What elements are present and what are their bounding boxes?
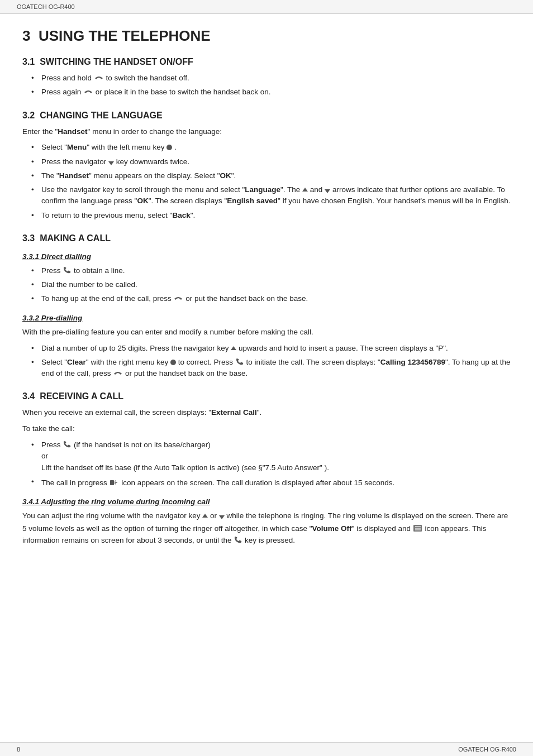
list-item: Use the navigator key to scroll through … bbox=[31, 184, 511, 207]
svg-rect-0 bbox=[110, 480, 114, 485]
section-3-4-intro2: To take the call: bbox=[22, 423, 511, 435]
phone-call-icon-2 bbox=[235, 358, 244, 366]
phone-end-icon-2 bbox=[83, 88, 93, 95]
call-progress-icon bbox=[110, 478, 120, 487]
phone-end-icon-4 bbox=[113, 369, 123, 377]
nav-down-icon-2 bbox=[325, 189, 330, 193]
header-title: OGATECH OG-R400 bbox=[17, 3, 75, 10]
section-3-3-heading: 3.3 MAKING A CALL bbox=[22, 233, 511, 243]
dot-icon bbox=[166, 145, 172, 150]
list-item: Press and hold to switch the handset off… bbox=[31, 73, 511, 84]
section-3-1-heading: 3.1 SWITCHING THE HANDSET ON/OFF bbox=[22, 57, 511, 67]
section-3-2-number: 3.2 bbox=[22, 111, 35, 120]
section-3-4-number: 3.4 bbox=[22, 391, 35, 401]
nav-down-icon-3 bbox=[219, 515, 225, 519]
section-3-1-title: SWITCHING THE HANDSET ON/OFF bbox=[40, 57, 193, 66]
subsection-3-4-1-content: You can adjust the ring volume with the … bbox=[22, 510, 511, 547]
subsection-3-3-2-number: 3.3.2 Pre-dialling bbox=[22, 314, 82, 322]
section-3-3-title: MAKING A CALL bbox=[40, 233, 111, 243]
phone-call-icon-4 bbox=[234, 536, 242, 544]
svg-line-1 bbox=[115, 481, 116, 481]
subsection-3-3-2-heading: 3.3.2 Pre-dialling bbox=[22, 314, 511, 322]
section-3-2-list: Select "Menu" with the left menu key . P… bbox=[22, 142, 511, 221]
chapter-title: USING THE TELEPHONE bbox=[39, 27, 211, 44]
section-3-4-intro: When you receive an external call, the s… bbox=[22, 407, 511, 419]
subsection-3-4-1-number: 3.4.1 Adjusting the ring volume during i… bbox=[22, 497, 210, 506]
subsection-3-3-2-intro: With the pre-dialling feature you can en… bbox=[22, 327, 511, 338]
phone-call-icon-3 bbox=[63, 441, 72, 448]
section-3-2-intro: Enter the "Handset" menu in order to cha… bbox=[22, 126, 511, 138]
list-item: To hang up at the end of the call, press… bbox=[31, 293, 511, 304]
section-3-3-number: 3.3 bbox=[22, 233, 35, 243]
phone-call-icon bbox=[63, 266, 72, 274]
subsection-3-4-1-heading: 3.4.1 Adjusting the ring volume during i… bbox=[22, 497, 511, 506]
footer-bar: 8 OGATECH OG-R400 bbox=[0, 742, 533, 756]
list-item: Press (if the handset is not on its base… bbox=[31, 439, 511, 473]
main-content: 3 USING THE TELEPHONE 3.1 SWITCHING THE … bbox=[0, 14, 533, 585]
list-item: Press to obtain a line. bbox=[31, 265, 511, 276]
section-3-2-title: CHANGING THE LANGUAGE bbox=[40, 111, 163, 120]
phone-end-icon bbox=[94, 74, 104, 82]
list-item: The call in progress icon appears on the… bbox=[31, 476, 511, 489]
subsection-3-3-1-number: 3.3.1 Direct dialling bbox=[22, 252, 91, 261]
chapter-number: 3 bbox=[22, 27, 30, 44]
list-item: Select "Clear" with the right menu key t… bbox=[31, 357, 511, 380]
footer-brand: OGATECH OG-R400 bbox=[458, 746, 516, 753]
nav-down-icon bbox=[108, 161, 114, 165]
list-item: Dial a number of up to 25 digits. Press … bbox=[31, 343, 511, 354]
section-3-2-heading: 3.2 CHANGING THE LANGUAGE bbox=[22, 111, 511, 121]
svg-line-3 bbox=[115, 484, 116, 484]
section-3-4-heading: 3.4 RECEIVING A CALL bbox=[22, 391, 511, 401]
mute-icon bbox=[413, 524, 423, 533]
section-3-1-list: Press and hold to switch the handset off… bbox=[22, 73, 511, 98]
subsection-3-3-1-list: Press to obtain a line. Dial the number … bbox=[22, 265, 511, 305]
chapter-heading: 3 USING THE TELEPHONE bbox=[22, 27, 511, 45]
list-item: Press again or place it in the base to s… bbox=[31, 87, 511, 98]
dot-icon-2 bbox=[170, 360, 176, 365]
footer-page-number: 8 bbox=[17, 746, 20, 753]
list-item: The "Handset" menu appears on the displa… bbox=[31, 170, 511, 181]
list-item: Select "Menu" with the left menu key . bbox=[31, 142, 511, 153]
nav-up-icon bbox=[302, 188, 308, 192]
section-3-1-number: 3.1 bbox=[22, 57, 35, 66]
nav-up-icon-2 bbox=[231, 346, 236, 350]
subsection-3-3-2-list: Dial a number of up to 25 digits. Press … bbox=[22, 343, 511, 380]
phone-end-icon-3 bbox=[173, 294, 183, 302]
header-bar: OGATECH OG-R400 bbox=[0, 0, 533, 14]
list-item: Press the navigator key downwards twice. bbox=[31, 156, 511, 168]
page-wrapper: OGATECH OG-R400 3 USING THE TELEPHONE 3.… bbox=[0, 0, 533, 756]
section-3-4-list: Press (if the handset is not on its base… bbox=[22, 439, 511, 489]
list-item: To return to the previous menu, select "… bbox=[31, 210, 511, 221]
subsection-3-3-1-heading: 3.3.1 Direct dialling bbox=[22, 252, 511, 261]
nav-up-icon-3 bbox=[202, 514, 208, 518]
section-3-4-title: RECEIVING A CALL bbox=[40, 391, 123, 401]
list-item: Dial the number to be called. bbox=[31, 279, 511, 290]
